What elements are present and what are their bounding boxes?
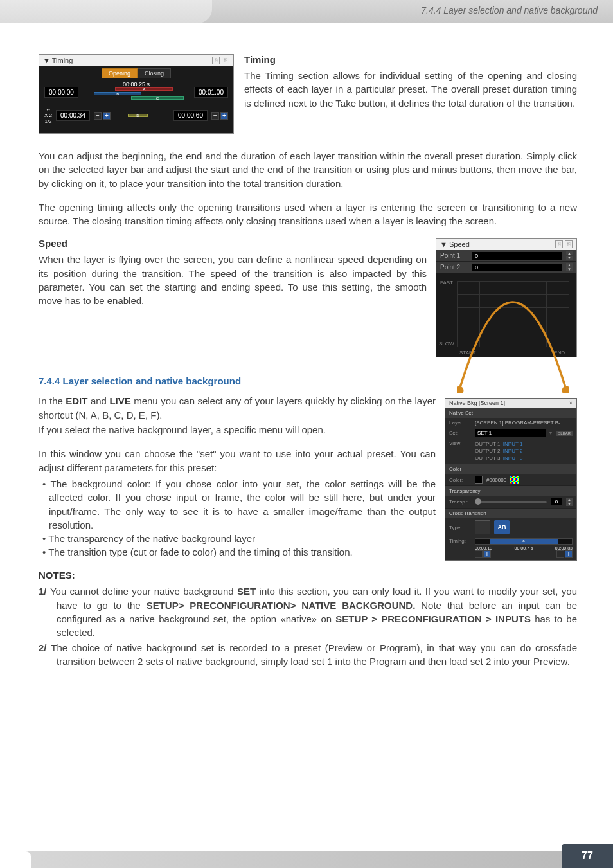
type-prev-icon[interactable]	[475, 520, 490, 534]
point1-row: Point 1 0 ▲▼	[436, 250, 576, 262]
copy2-icon[interactable]: ⎘	[565, 240, 573, 248]
notes-list: 1/ You cannot define your native backgro…	[39, 584, 577, 668]
note-2: 2/ The choice of native background set i…	[39, 641, 577, 669]
sec-native-set: Native Set	[445, 408, 576, 418]
point1-spinner[interactable]: ▲▼	[566, 251, 573, 260]
np-timing-label: Timing:	[449, 538, 471, 544]
layer-row: Layer: [SCREEN 1] PROGRAM-PRESET B-	[445, 418, 576, 428]
point2-row: Point 2 0 ▲▼	[436, 262, 576, 273]
layer-label: Layer:	[449, 420, 471, 426]
plus-button[interactable]: +	[103, 112, 111, 120]
np-timing-row: Timing: a 00:00.13 00:00.7 s 00:00.83 −+…	[445, 536, 576, 560]
np-timing-values: 00:00.13 00:00.7 s 00:00.83	[475, 546, 573, 550]
view-label: View:	[449, 440, 471, 446]
color-row: Color: #000000	[445, 474, 576, 485]
set-value[interactable]: SET 1	[475, 429, 546, 437]
bottom-left-time: 00:00.34	[56, 110, 90, 121]
clear-badge[interactable]: CLEAR	[556, 431, 573, 436]
speed-section: ▼ Speed ⎘ ⎘ Point 1 0 ▲▼ Point 2 0 ▲▼ FA…	[39, 238, 577, 357]
page-number: 77	[562, 844, 613, 868]
transp-value[interactable]: 0	[551, 498, 562, 505]
point2-label: Point 2	[440, 264, 468, 271]
point1-value[interactable]: 0	[472, 252, 562, 260]
ctrl-icons[interactable]: ↔X 21/2	[44, 107, 52, 124]
timing-para-2: You can adjust the beginning, the end an…	[39, 149, 577, 190]
native-panel-title-bar[interactable]: Native Bkg [Screen 1] ×	[445, 399, 576, 408]
curve-area: FAST SLOW START END	[436, 273, 576, 357]
start-time: 00:00.00	[44, 87, 78, 98]
svg-point-1	[562, 386, 569, 393]
color-swatch[interactable]	[475, 476, 483, 484]
right-pm-buttons: − +	[211, 112, 228, 120]
view-list: OUTPUT 1: INPUT 1 OUTPUT 2: INPUT 2 OUTP…	[475, 440, 573, 462]
np-t-start: 00:00.13	[475, 546, 492, 550]
color-value: #000000	[486, 477, 506, 483]
minus-button[interactable]: −	[94, 112, 102, 120]
transp-spinner[interactable]: ▲▼	[566, 498, 573, 506]
dropdown-icon[interactable]: ▾	[549, 430, 552, 436]
transp-slider[interactable]	[475, 501, 547, 503]
page-footer: 77	[0, 844, 613, 868]
tab-closing[interactable]: Closing	[138, 68, 171, 78]
set-row: Set: SET 1 ▾ CLEAR	[445, 428, 576, 439]
np-t-end: 00:00.83	[555, 546, 573, 550]
copy-icon[interactable]: ⎘	[212, 57, 220, 64]
minus-icon[interactable]: −	[475, 550, 483, 558]
timing-row: ▼ Timing ⎘ ⎘ Opening Closing 00:00.00 00…	[39, 54, 577, 134]
duration-label: 00:00.25 s	[84, 81, 189, 87]
end-time: 00:01.00	[194, 87, 228, 98]
timing-panel-header[interactable]: ▼ Timing ⎘ ⎘	[39, 55, 233, 66]
plus-icon[interactable]: +	[483, 550, 491, 558]
minus-button-2[interactable]: −	[211, 112, 219, 120]
plus-icon[interactable]: +	[565, 550, 573, 558]
copy-icon[interactable]: ⎘	[555, 240, 563, 248]
speed-panel-header[interactable]: ▼ Speed ⎘ ⎘	[436, 239, 576, 250]
timing-panel: ▼ Timing ⎘ ⎘ Opening Closing 00:00.00 00…	[39, 54, 234, 134]
speed-curve	[457, 281, 569, 393]
bar-b[interactable]: B	[94, 92, 141, 95]
breadcrumb: 7.4.4 Layer selection and native backgro…	[421, 5, 598, 15]
close-icon[interactable]: ×	[569, 400, 573, 406]
native-panel-title: Native Bkg [Screen 1]	[449, 400, 505, 406]
set-label: Set:	[449, 430, 471, 436]
color-picker-icon[interactable]	[510, 476, 519, 484]
minus-icon[interactable]: −	[556, 550, 564, 558]
sec-cross: Cross Transition	[445, 508, 576, 518]
svg-point-0	[457, 386, 463, 393]
left-pm-buttons: − +	[94, 112, 111, 120]
type-ab-button[interactable]: AB	[494, 520, 510, 534]
plus-button-2[interactable]: +	[220, 112, 228, 120]
point1-label: Point 1	[440, 252, 468, 259]
point2-spinner[interactable]: ▲▼	[566, 263, 573, 271]
copy2-icon[interactable]: ⎘	[222, 57, 229, 64]
view-row: View: OUTPUT 1: INPUT 1 OUTPUT 2: INPUT …	[445, 439, 576, 464]
bar-a[interactable]: A	[115, 87, 173, 91]
track-area[interactable]: 00:00.25 s A B C	[84, 81, 189, 103]
speed-panel: ▼ Speed ⎘ ⎘ Point 1 0 ▲▼ Point 2 0 ▲▼ FA…	[436, 238, 577, 357]
point2-value[interactable]: 0	[472, 264, 562, 271]
layer-value: [SCREEN 1] PROGRAM-PRESET B-	[475, 420, 573, 426]
timing-panel-title: ▼ Timing	[43, 57, 73, 64]
type-label: Type:	[449, 525, 471, 530]
page-header: 7.4.4 Layer selection and native backgro…	[0, 0, 613, 23]
timing-bottom-row: ↔X 21/2 00:00.34 − + D 00:00.60 − +	[39, 105, 233, 127]
np-t-mid: 00:00.7 s	[515, 546, 533, 550]
note-1: 1/ You cannot define your native backgro…	[39, 584, 577, 639]
panel-header-icons: ⎘ ⎘	[212, 57, 229, 64]
fast-label: FAST	[440, 280, 453, 285]
header-curve	[0, 0, 212, 23]
native-bkg-panel: Native Bkg [Screen 1] × Native Set Layer…	[445, 398, 577, 561]
speed-header-icons: ⎘ ⎘	[555, 240, 573, 248]
np-timing-track[interactable]: a	[475, 538, 573, 545]
timing-para-3: The opening timing affects only the open…	[39, 201, 577, 228]
tab-opening[interactable]: Opening	[102, 68, 138, 78]
bar-d[interactable]: D	[128, 114, 147, 117]
bottom-right-time: 00:00.60	[173, 110, 208, 121]
speed-panel-title: ▼ Speed	[440, 240, 470, 248]
slow-label: SLOW	[439, 341, 454, 347]
sec-color: Color	[445, 464, 576, 474]
color-label: Color:	[449, 477, 471, 483]
timing-tabs: Opening Closing	[39, 66, 233, 78]
sec-transparency: Transparency	[445, 485, 576, 496]
bar-c[interactable]: C	[131, 96, 184, 100]
